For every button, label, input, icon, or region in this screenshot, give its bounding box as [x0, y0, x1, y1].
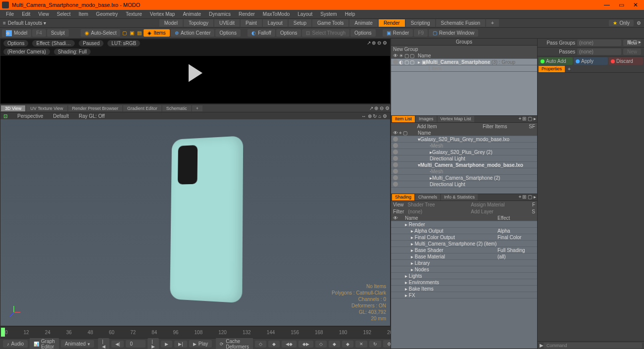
passes-new-button[interactable]: New: [623, 49, 641, 55]
layout-tab-schematic-fusion[interactable]: Schematic Fusion: [436, 19, 485, 27]
step-back-button[interactable]: ◀|: [111, 341, 124, 348]
render-lut[interactable]: LUT: sRGB: [107, 40, 140, 47]
menu-edit[interactable]: Edit: [18, 10, 34, 18]
goto-end-button[interactable]: ▶|: [174, 341, 187, 348]
il-plus[interactable]: +: [519, 116, 522, 122]
sculpt-button[interactable]: Sculpt: [47, 29, 69, 37]
layout-tab-animate[interactable]: Animate: [349, 19, 378, 27]
properties-plus[interactable]: +: [566, 66, 573, 72]
auto-add-button[interactable]: Auto Add: [539, 57, 573, 65]
cache-deformers-button[interactable]: ⟳ Cache Deformers: [216, 338, 253, 349]
il-s[interactable]: S: [529, 124, 532, 129]
key-icon-3[interactable]: ◀◆: [282, 341, 297, 348]
sh-s[interactable]: S: [532, 209, 535, 214]
shader-row[interactable]: ▸ Final Color OutputFinal Color: [391, 234, 537, 241]
filter-items-dropdown[interactable]: Filter Items: [461, 124, 529, 129]
passes-dropdown[interactable]: (none): [577, 49, 621, 55]
layout-tab-render[interactable]: Render: [379, 19, 405, 27]
item-row[interactable]: ▸ Galaxy_S20_Plus_Grey (2): [391, 149, 537, 155]
menu-select[interactable]: Select: [53, 10, 75, 18]
menu-maxtomodo[interactable]: MaxToModo: [259, 10, 294, 18]
step-fwd-button[interactable]: |▶: [148, 338, 159, 349]
vp-tab-gradient-editor[interactable]: Gradient Editor: [123, 105, 161, 111]
key-icon-9[interactable]: ↻: [369, 341, 381, 348]
menu-vertex-map[interactable]: Vertex Map: [146, 10, 179, 18]
vp-raygl[interactable]: Ray GL: Off: [79, 113, 105, 119]
sh-tab-info-&-statistics[interactable]: Info & Statistics: [441, 194, 478, 200]
il-tab-item-list[interactable]: Item List: [392, 116, 415, 122]
layout-tab-layout[interactable]: Layout: [263, 19, 288, 27]
action-center-button[interactable]: ⊕Action Center: [171, 29, 215, 37]
shader-row[interactable]: ▸ FX: [391, 292, 537, 299]
hamburger-icon[interactable]: ≡: [3, 20, 6, 26]
vert-icon[interactable]: ▤: [136, 30, 143, 36]
play-icon[interactable]: [189, 64, 202, 82]
properties-tab[interactable]: Properties: [539, 66, 565, 72]
add-item-dropdown[interactable]: Add Item: [393, 124, 461, 129]
render-options[interactable]: Options: [3, 40, 28, 47]
timeline[interactable]: 0122436486072849610812013214415616818019…: [0, 326, 391, 338]
shader-row[interactable]: ▸ Bake Items: [391, 286, 537, 292]
shader-tree-dropdown[interactable]: Shader Tree: [406, 201, 467, 208]
shader-filter-dropdown[interactable]: (none): [406, 208, 467, 215]
layout-tab-model[interactable]: Model: [159, 19, 183, 27]
shader-row[interactable]: ▸ Library: [391, 260, 537, 266]
shader-row[interactable]: ▸ Base Material(all): [391, 253, 537, 260]
menu-dynamics[interactable]: Dynamics: [205, 10, 235, 18]
group-row[interactable]: ◐▢▢▸ ▣ Multi_Camera_Smartphone (3) : Gro…: [391, 59, 537, 65]
graph-editor-button[interactable]: 📊 Graph Editor: [30, 338, 59, 349]
goto-start-button[interactable]: |◀: [98, 338, 109, 349]
shader-row[interactable]: ▸ Environments: [391, 279, 537, 286]
menu-layout[interactable]: Layout: [294, 10, 316, 18]
key-icon-4[interactable]: ◆▶: [298, 341, 313, 348]
vp-tab-add[interactable]: +: [192, 105, 202, 111]
assign-material-dropdown[interactable]: Assign Material: [469, 201, 530, 208]
menu-file[interactable]: File: [2, 10, 18, 18]
layout-tab-uvedit[interactable]: UVEdit: [214, 19, 240, 27]
menu-texture[interactable]: Texture: [122, 10, 146, 18]
layout-tab-setup[interactable]: Setup: [289, 19, 311, 27]
key-icon-8[interactable]: ✕: [355, 341, 367, 348]
vp-tab-render-preset-browser[interactable]: Render Preset Browser: [68, 105, 123, 111]
audio-button[interactable]: ♪ Audio: [3, 340, 28, 348]
apply-button[interactable]: Apply: [574, 57, 608, 65]
default-layouts-dropdown[interactable]: Default Layouts ▾: [8, 20, 46, 26]
key-icon-1[interactable]: ◇: [255, 341, 266, 348]
render-button[interactable]: ▣Render: [383, 29, 413, 37]
key-icon-7[interactable]: ◆: [342, 341, 353, 348]
settings-button[interactable]: ⚙ Settings: [383, 340, 391, 348]
layout-tab-add[interactable]: +: [486, 19, 499, 27]
f4-button[interactable]: F4: [32, 29, 46, 37]
vp-nav-icons[interactable]: ↔ ⊕ ↻ ⌂ ⚙: [361, 113, 387, 119]
item-row[interactable]: ▾ Multi_Camera_Smartphone_modo_base.lxo: [391, 162, 537, 168]
minimize-button[interactable]: —: [604, 1, 610, 8]
item-row[interactable]: · Mesh: [391, 168, 537, 175]
select-through-button[interactable]: ⊡Select Through: [302, 29, 349, 37]
key-icon-5[interactable]: ◇: [315, 341, 327, 348]
menu-item[interactable]: Item: [75, 10, 92, 18]
render-paused[interactable]: Paused: [79, 40, 103, 47]
shader-row[interactable]: ▸ Base ShaderFull Shading: [391, 247, 537, 253]
vp-default[interactable]: Default: [53, 113, 69, 119]
render-corner-icons[interactable]: ↗ ⊕ ⊖ ⚙: [367, 40, 387, 47]
options-button-3[interactable]: Options: [350, 29, 375, 37]
sh-plus[interactable]: +: [519, 194, 522, 200]
item-row[interactable]: · Mesh: [391, 143, 537, 149]
il-tab-images[interactable]: Images: [416, 116, 437, 122]
animated-dropdown[interactable]: Animated ▾: [61, 340, 94, 348]
items-button[interactable]: ◈Items: [144, 29, 169, 37]
close-button[interactable]: ✕: [633, 1, 638, 8]
cmd-icon[interactable]: ▶: [540, 343, 544, 348]
sh-tab-channels[interactable]: Channels: [415, 194, 440, 200]
item-row[interactable]: Directional Light: [391, 155, 537, 162]
render-shading[interactable]: Shading: Full: [54, 49, 91, 55]
sh-f1[interactable]: F: [532, 202, 535, 207]
options-button-1[interactable]: Options: [215, 29, 240, 37]
vp-perspective[interactable]: Perspective: [17, 113, 43, 119]
options-button-2[interactable]: Options: [276, 29, 301, 37]
item-row[interactable]: Directional Light: [391, 181, 537, 188]
sh-tab-shading[interactable]: Shading: [392, 194, 414, 200]
vp-tab-schematic[interactable]: Schematic: [162, 105, 191, 111]
shader-row[interactable]: ▸ Multi_Camera_Smartphone (2) (item): [391, 241, 537, 247]
new-group-button[interactable]: New Group: [391, 46, 537, 52]
